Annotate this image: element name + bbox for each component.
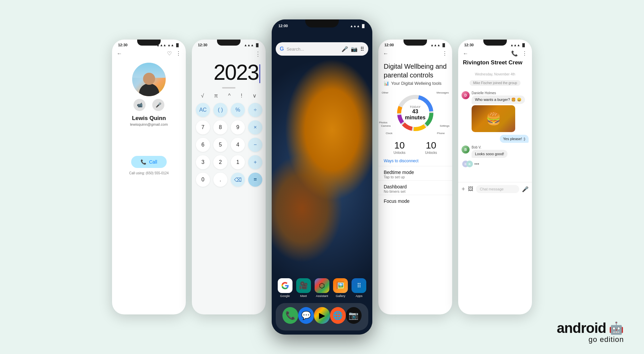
nine-btn[interactable]: 9 [231,120,245,134]
status-icons-2: ▲▲▲ ▐▌ [244,43,260,47]
call-button[interactable]: 📞 Call [131,156,166,168]
excl-btn[interactable]: ! [241,93,242,99]
two-btn[interactable]: 2 [213,155,227,169]
center-signal: ▲▲▲ [350,24,360,28]
wb-focus[interactable]: Focus mode [378,195,452,205]
wb-stat1-label: Unlocks [393,151,406,155]
wb-stat-unlocks1: 10 Unlocks [393,140,406,155]
gallery-label: Gallery [336,294,345,298]
app-meet[interactable]: 🎥 Meet [296,278,311,298]
mic-search-icon[interactable]: 🎤 [341,46,348,52]
more-icon[interactable]: ⋮ [176,50,181,57]
video-action-icon[interactable]: 📹 [133,99,146,111]
calc-grid: AC ( ) % ÷ 7 8 9 × 6 5 4 − 3 2 1 + 0 . ⌫… [192,100,266,191]
del-btn[interactable]: ⌫ [231,173,245,187]
app-google[interactable]: Google [277,278,293,298]
mic-icon-msg[interactable]: 🎤 [522,186,529,192]
contact-avatar-section: 📹 🎤 Lewis Quinn lewisquinn@gmail.com [112,59,186,136]
wb-chart-section: TODAY 43 minutes Messages Other Camera S… [378,88,452,137]
one-btn[interactable]: 1 [231,155,245,169]
wb-dashboard[interactable]: Dashboard No timers set [378,180,452,195]
mic-action-icon[interactable]: 🎤 [152,99,164,111]
four-btn[interactable]: 4 [231,138,245,152]
donut-label-clock: Clock [386,132,392,135]
status-icons-1: ▲▲▲ ▲▲ ▐▌ [156,43,180,47]
favorite-icon[interactable]: ♡ [167,50,172,57]
wb-header: ← ⋮ [378,49,452,59]
phone-call-icon-5[interactable]: 📞 [511,50,518,57]
search-bar[interactable]: G Search... 🎤 📷 ⠿ [276,42,368,56]
dock-browser[interactable]: 🌐 [330,307,346,324]
google-g-icon: G [280,46,284,52]
paren-btn[interactable]: ( ) [213,103,227,117]
notch-2 [217,40,240,46]
donut-label-settings: Settings [440,124,449,127]
dock-play[interactable]: ▶ [314,307,330,324]
call-using: Call using: (650) 555-0124 [129,171,169,175]
sqrt-btn[interactable]: √ [201,93,204,99]
center-time: 12:00 [278,24,288,28]
wb-chart-icon: 📊 [384,81,389,86]
expand-btn[interactable]: ∨ [253,93,257,99]
notch-4 [404,40,427,46]
three-btn[interactable]: 3 [196,155,210,169]
status-time-1: 12:30 [118,43,127,47]
ac-btn[interactable]: AC [196,103,210,117]
typing-avatar-2: B [466,161,473,167]
back-icon-5[interactable]: ← [463,51,468,57]
add-btn[interactable]: + [248,155,262,169]
phone-contacts: 12:30 ▲▲▲ ▲▲ ▐▌ ← ♡ ⋮ 📹 [112,40,186,314]
back-icon[interactable]: ← [117,51,122,57]
add-icon-msg[interactable]: + [462,186,465,193]
msg-input-field[interactable]: Chat message [476,185,519,193]
mod-btn[interactable]: % [231,103,245,117]
signal-4: ▲▲▲ [430,43,440,47]
pow-btn[interactable]: ^ [228,93,231,99]
mul-btn[interactable]: × [248,120,262,134]
apps-icon: ⠿ [352,278,366,293]
bedtime-title: Bedtime mode [384,170,447,175]
search-action-icons: 🎤 📷 ⠿ [341,46,364,52]
danielle-avatar: D [462,91,470,99]
danielle-content: Danielle Holmes Who wants a burger? 🍔 😄 … [472,91,529,132]
back-icon-4[interactable]: ← [383,51,388,57]
six-btn[interactable]: 6 [196,138,210,152]
donut-label-other: Other [382,91,388,94]
eight-btn[interactable]: 8 [213,120,227,134]
center-battery: ▐▌ [361,24,366,28]
more-icon-4[interactable]: ⋮ [442,50,447,57]
status-icons-5: ▲▲▲ ▐▌ [510,43,526,47]
dock-phone[interactable]: 📞 [282,307,298,324]
donut-label-camera: Camera [381,124,390,127]
contact-action-buttons: 📹 🎤 [133,99,164,114]
eq-btn[interactable]: = [248,173,262,187]
multi-avatar: D B [462,161,473,167]
dot-btn[interactable]: . [213,173,227,187]
wb-bedtime[interactable]: Bedtime mode Tap to set up [378,166,452,180]
bob-name: Bob V. [472,145,529,149]
contact-email: lewisquinn@gmail.com [130,122,168,130]
wb-disconnect[interactable]: Ways to disconnect [378,157,452,166]
app-apps[interactable]: ⠿ Apps [351,278,367,298]
image-icon-msg[interactable]: 🖼 [468,186,473,192]
pi-btn[interactable]: π [214,93,218,99]
app-gallery[interactable]: 🖼️ Gallery [333,278,348,298]
lens-search-icon[interactable]: 📷 [351,46,358,52]
wifi-icon: ▲▲ [167,43,174,47]
phone-center: 12:00 ▲▲▲ ▐▌ G Search... 🎤 📷 ⠿ [272,19,372,335]
more-icon-5[interactable]: ⋮ [522,50,527,57]
msg-header: ← 📞 ⋮ [458,49,532,59]
grid-search-icon[interactable]: ⠿ [360,46,364,52]
sub-btn[interactable]: − [248,138,262,152]
div-btn[interactable]: ÷ [248,103,262,117]
app-assistant[interactable]: ⬡ Assistant [314,278,330,298]
zero-btn[interactable]: 0 [196,173,210,187]
wb-stat2-label: Unlocks [425,151,437,155]
dock-messages[interactable]: 💬 [298,307,314,324]
call-label: Call [149,159,157,165]
wb-minutes-value: 43 minutes [405,109,426,120]
dock-camera[interactable]: 📷 [346,307,362,324]
calc-more[interactable]: ⋮ [192,49,266,59]
five-btn[interactable]: 5 [213,138,227,152]
seven-btn[interactable]: 7 [196,120,210,134]
